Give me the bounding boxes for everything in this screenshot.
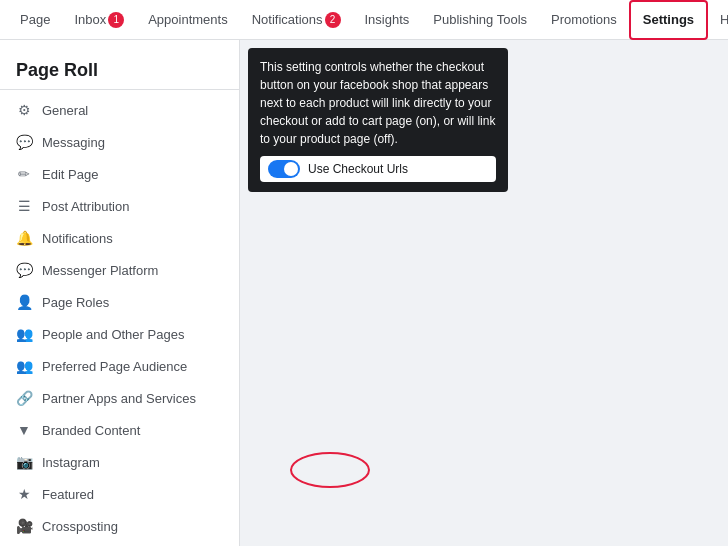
sidebar-item-messaging[interactable]: 💬 Messaging bbox=[0, 126, 239, 158]
sidebar-label-notifications: Notifications bbox=[42, 231, 113, 246]
sidebar-item-edit-page[interactable]: ✏ Edit Page bbox=[0, 158, 239, 190]
sidebar-label-people-other-pages: People and Other Pages bbox=[42, 327, 184, 342]
nav-inbox[interactable]: Inbox 1 bbox=[62, 0, 136, 40]
nav-page-label: Page bbox=[20, 12, 50, 27]
nav-appointments-label: Appointments bbox=[148, 12, 228, 27]
nav-inbox-label: Inbox bbox=[74, 12, 106, 27]
sidebar-item-branded-content[interactable]: ▼ Branded Content bbox=[0, 414, 239, 446]
edit-icon: ✏ bbox=[16, 166, 32, 182]
messaging-icon: 💬 bbox=[16, 134, 32, 150]
sidebar: Page Roll ⚙ General 💬 Messaging ✏ Edit P… bbox=[0, 40, 240, 546]
main-layout: Page Roll ⚙ General 💬 Messaging ✏ Edit P… bbox=[0, 40, 728, 546]
sidebar-label-featured: Featured bbox=[42, 487, 94, 502]
notifications-icon: 🔔 bbox=[16, 230, 32, 246]
nav-publishing-tools[interactable]: Publishing Tools bbox=[421, 0, 539, 40]
nav-settings[interactable]: Settings bbox=[629, 0, 708, 40]
nav-page[interactable]: Page bbox=[8, 0, 62, 40]
sidebar-item-post-attribution[interactable]: ☰ Post Attribution bbox=[0, 190, 239, 222]
messenger-icon: 💬 bbox=[16, 262, 32, 278]
post-attribution-icon: ☰ bbox=[16, 198, 32, 214]
page-roles-icon: 👤 bbox=[16, 294, 32, 310]
sidebar-label-partner-apps: Partner Apps and Services bbox=[42, 391, 196, 406]
sidebar-label-post-attribution: Post Attribution bbox=[42, 199, 129, 214]
nav-help-label: Help bbox=[720, 12, 728, 27]
general-icon: ⚙ bbox=[16, 102, 32, 118]
sidebar-item-page-roles[interactable]: 👤 Page Roles bbox=[0, 286, 239, 318]
sidebar-item-featured[interactable]: ★ Featured bbox=[0, 478, 239, 510]
nav-promotions-label: Promotions bbox=[551, 12, 617, 27]
partner-icon: 🔗 bbox=[16, 390, 32, 406]
notifications-badge: 2 bbox=[325, 12, 341, 28]
sidebar-item-preferred-audience[interactable]: 👥 Preferred Page Audience bbox=[0, 350, 239, 382]
people-icon: 👥 bbox=[16, 326, 32, 342]
sidebar-label-branded-content: Branded Content bbox=[42, 423, 140, 438]
sidebar-label-messaging: Messaging bbox=[42, 135, 105, 150]
sidebar-item-people-other-pages[interactable]: 👥 People and Other Pages bbox=[0, 318, 239, 350]
featured-icon: ★ bbox=[16, 486, 32, 502]
nav-notifications[interactable]: Notifications 2 bbox=[240, 0, 353, 40]
tooltip-description: This setting controls whether the checko… bbox=[260, 58, 496, 148]
sidebar-item-instagram[interactable]: 📷 Instagram bbox=[0, 446, 239, 478]
audience-icon: 👥 bbox=[16, 358, 32, 374]
nav-notifications-label: Notifications bbox=[252, 12, 323, 27]
page-roll-header: Page Roll bbox=[0, 48, 239, 90]
content-area: This setting controls whether the checko… bbox=[240, 40, 728, 546]
nav-settings-label: Settings bbox=[643, 12, 694, 27]
sidebar-item-notifications[interactable]: 🔔 Notifications bbox=[0, 222, 239, 254]
sidebar-item-general[interactable]: ⚙ General bbox=[0, 94, 239, 126]
sidebar-label-crossposting: Crossposting bbox=[42, 519, 118, 534]
sidebar-label-messenger-platform: Messenger Platform bbox=[42, 263, 158, 278]
nav-appointments[interactable]: Appointments bbox=[136, 0, 240, 40]
instagram-icon: 📷 bbox=[16, 454, 32, 470]
nav-promotions[interactable]: Promotions bbox=[539, 0, 629, 40]
sidebar-label-preferred-audience: Preferred Page Audience bbox=[42, 359, 187, 374]
nav-publishing-tools-label: Publishing Tools bbox=[433, 12, 527, 27]
checkout-tooltip: This setting controls whether the checko… bbox=[248, 48, 508, 192]
toggle-label: Use Checkout Urls bbox=[308, 160, 408, 178]
top-navigation: Page Inbox 1 Appointments Notifications … bbox=[0, 0, 728, 40]
sidebar-item-partner-apps[interactable]: 🔗 Partner Apps and Services bbox=[0, 382, 239, 414]
sidebar-item-messenger-platform[interactable]: 💬 Messenger Platform bbox=[0, 254, 239, 286]
sidebar-label-page-roles: Page Roles bbox=[42, 295, 109, 310]
crossposting-icon: 🎥 bbox=[16, 518, 32, 534]
sidebar-label-instagram: Instagram bbox=[42, 455, 100, 470]
sidebar-item-page-support-inbox[interactable]: ☰ Page Support Inbox bbox=[0, 542, 239, 546]
sidebar-item-crossposting[interactable]: 🎥 Crossposting bbox=[0, 510, 239, 542]
sidebar-label-general: General bbox=[42, 103, 88, 118]
nav-insights-label: Insights bbox=[365, 12, 410, 27]
nav-insights[interactable]: Insights bbox=[353, 0, 422, 40]
sidebar-label-edit-page: Edit Page bbox=[42, 167, 98, 182]
inbox-badge: 1 bbox=[108, 12, 124, 28]
shop-circle-annotation bbox=[290, 452, 370, 488]
toggle-row[interactable]: Use Checkout Urls bbox=[260, 156, 496, 182]
nav-help[interactable]: Help ▾ bbox=[708, 0, 728, 40]
checkout-urls-toggle[interactable] bbox=[268, 160, 300, 178]
branded-icon: ▼ bbox=[16, 422, 32, 438]
